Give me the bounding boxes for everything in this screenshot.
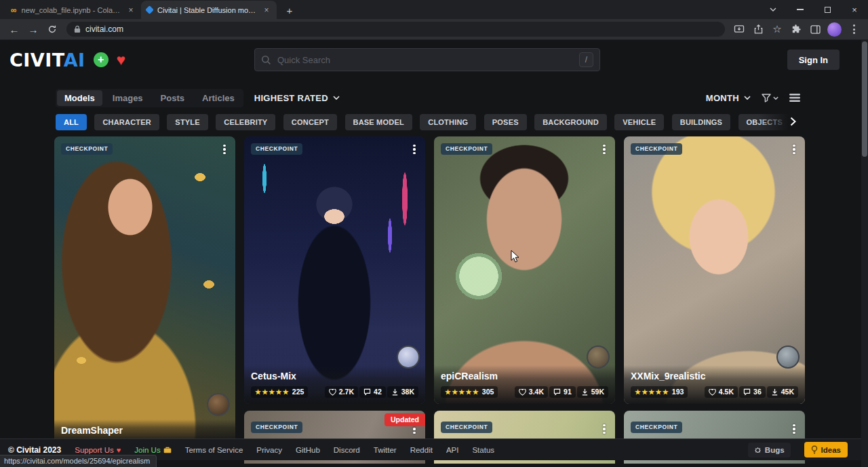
model-preview-image[interactable] [54, 136, 235, 443]
footer-link-reddit[interactable]: Reddit [410, 446, 433, 454]
model-preview-image[interactable] [624, 136, 805, 404]
url-text: civitai.com [85, 24, 123, 34]
period-dropdown[interactable]: MONTH [706, 93, 751, 103]
create-plus-button[interactable]: + [94, 52, 108, 67]
footer-link-github[interactable]: GitHub [296, 446, 320, 454]
model-card[interactable]: CHECKPOINT XXMix_9realistic ★★★★★ 193 [624, 136, 805, 404]
tab-posts[interactable]: Posts [153, 90, 192, 106]
footer-link-api[interactable]: API [446, 446, 459, 454]
category-chip-celebrity[interactable]: CELEBRITY [216, 114, 275, 130]
footer-link-join-us[interactable]: Join Us [134, 446, 171, 454]
checkpoint-badge[interactable]: CHECKPOINT [251, 143, 302, 155]
filter-icon[interactable] [762, 94, 778, 102]
downloads-count: 38K [401, 388, 414, 396]
bugs-button[interactable]: Bugs [748, 443, 791, 457]
footer-link-twitter[interactable]: Twitter [374, 446, 397, 454]
category-chip-clothing[interactable]: CLOTHING [420, 114, 476, 130]
checkpoint-badge[interactable]: CHECKPOINT [61, 143, 113, 155]
browser-menu-icon[interactable] [845, 20, 863, 38]
browser-tab-colab[interactable]: ∞ new_colab_file.ipynb - Colaborat × [5, 1, 141, 19]
model-preview-image[interactable] [244, 136, 425, 404]
checkpoint-badge[interactable]: CHECKPOINT [441, 422, 492, 433]
model-card[interactable]: CHECKPOINT Cetus-Mix ★★★★★ 225 2.7K [244, 136, 425, 404]
browser-tabstrip: ∞ new_colab_file.ipynb - Colaborat × Civ… [0, 0, 868, 19]
reload-button[interactable] [43, 20, 61, 38]
tab-close-icon[interactable]: × [126, 5, 136, 15]
address-bar[interactable]: civitai.com [66, 22, 725, 37]
footer-link-privacy[interactable]: Privacy [256, 446, 282, 454]
search-input[interactable] [277, 55, 573, 65]
chevron-right-icon[interactable] [790, 117, 796, 126]
model-card[interactable]: CHECKPOINT DreamShaper [54, 136, 235, 443]
browser-tab-civitai[interactable]: Civitai | Stable Diffusion models, × [141, 1, 277, 19]
back-button[interactable]: ← [5, 20, 23, 38]
checkpoint-badge[interactable]: CHECKPOINT [631, 422, 682, 433]
card-overlay: Cetus-Mix ★★★★★ 225 2.7K [244, 365, 425, 404]
footer-link-status[interactable]: Status [472, 446, 494, 454]
model-preview-image[interactable] [434, 136, 615, 404]
downloads-icon[interactable] [730, 20, 748, 38]
updated-badge: Updated [384, 413, 425, 426]
card-menu-icon[interactable] [597, 422, 611, 436]
checkpoint-badge[interactable]: CHECKPOINT [441, 143, 492, 155]
model-grid: CHECKPOINT DreamShaper CHECKPOINT Cetus-… [54, 136, 868, 464]
downloads-count: 59K [591, 388, 604, 396]
lock-icon[interactable] [74, 25, 81, 33]
close-button[interactable]: × [841, 0, 868, 19]
footer-link-discord[interactable]: Discord [334, 446, 360, 454]
category-chip-vehicle[interactable]: VEHICLE [614, 114, 664, 130]
new-tab-button[interactable]: + [281, 1, 298, 19]
card-menu-icon[interactable] [787, 422, 801, 436]
category-chip-buildings[interactable]: BUILDINGS [672, 114, 730, 130]
minimize-button[interactable] [787, 0, 814, 19]
card-menu-icon[interactable] [597, 142, 611, 157]
share-icon[interactable] [749, 20, 767, 38]
search-bar[interactable]: / [254, 48, 600, 71]
maximize-button[interactable] [814, 0, 841, 19]
bugs-label: Bugs [765, 446, 785, 454]
card-menu-icon[interactable] [408, 142, 421, 157]
category-chip-concept[interactable]: CONCEPT [283, 114, 337, 130]
tab-articles[interactable]: Articles [195, 90, 242, 106]
creator-avatar[interactable] [207, 393, 230, 416]
rating-count: 193 [672, 388, 684, 396]
heart-icon[interactable]: ♥ [117, 52, 126, 68]
tab-models[interactable]: Models [57, 90, 102, 106]
bookmark-star-icon[interactable]: ☆ [768, 20, 786, 38]
side-panel-icon[interactable] [806, 20, 824, 38]
sign-in-button[interactable]: Sign In [787, 50, 840, 70]
sort-dropdown[interactable]: HIGHEST RATED [254, 93, 340, 103]
extensions-icon[interactable] [787, 20, 805, 38]
creator-avatar[interactable] [776, 345, 800, 369]
heart-icon [709, 389, 716, 396]
layout-toggle-icon[interactable] [789, 94, 800, 102]
footer-link-support-us[interactable]: Support Us♥ [75, 446, 121, 454]
tab-images[interactable]: Images [105, 90, 151, 106]
likes-stat[interactable]: 2.7K [325, 386, 358, 398]
likes-stat[interactable]: 4.5K [705, 386, 738, 398]
forward-button[interactable]: → [24, 20, 42, 38]
category-chip-background[interactable]: BACKGROUND [534, 114, 607, 130]
footer-link-terms[interactable]: Terms of Service [185, 446, 243, 454]
civitai-logo[interactable]: CIVITAI [9, 50, 85, 71]
profile-avatar[interactable] [827, 22, 842, 37]
creator-avatar[interactable] [587, 345, 610, 369]
category-chip-all[interactable]: ALL [56, 114, 87, 130]
scrollbar-thumb[interactable] [862, 41, 867, 157]
creator-avatar[interactable] [397, 345, 420, 369]
likes-stat[interactable]: 3.4K [515, 386, 548, 398]
card-menu-icon[interactable] [787, 142, 801, 157]
tab-close-icon[interactable]: × [262, 5, 271, 15]
logo-blue: AI [64, 50, 85, 71]
checkpoint-badge[interactable]: CHECKPOINT [631, 143, 682, 155]
window-chevron-icon[interactable] [760, 0, 787, 19]
card-menu-icon[interactable] [218, 142, 231, 157]
ideas-button[interactable]: Ideas [804, 442, 848, 457]
model-card[interactable]: CHECKPOINT epiCRealism ★★★★★ 305 3.4K [434, 136, 615, 404]
category-chip-character[interactable]: CHARACTER [94, 114, 159, 130]
category-chip-base-model[interactable]: BASE MODEL [345, 114, 412, 130]
category-chip-style[interactable]: STYLE [167, 114, 208, 130]
checkpoint-badge[interactable]: CHECKPOINT [251, 422, 302, 433]
category-chip-poses[interactable]: POSES [484, 114, 527, 130]
download-icon [771, 388, 778, 396]
